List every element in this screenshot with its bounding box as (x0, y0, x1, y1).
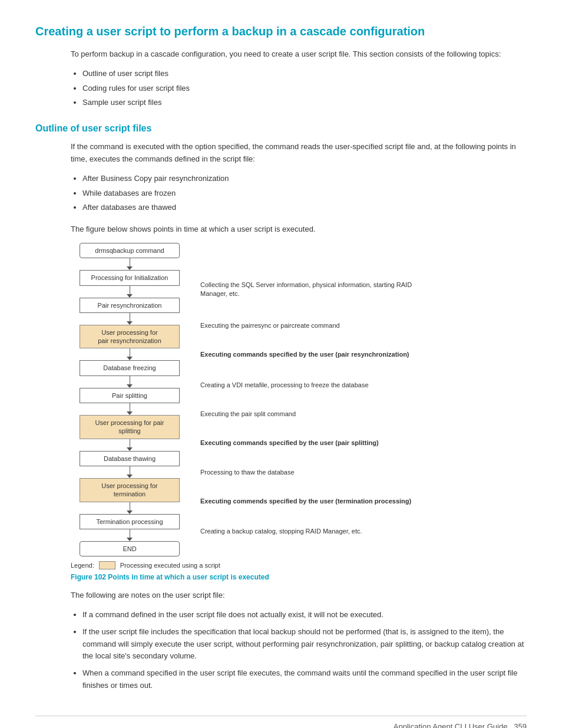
connector-9 (130, 529, 130, 538)
flow-step-8: Termination processing (80, 514, 180, 529)
legend-text: Processing executed using a script (120, 562, 220, 569)
arrow-9 (127, 538, 133, 541)
annot-spacer-3 (200, 392, 424, 407)
flow-step-7: User processing for termination (80, 478, 180, 502)
annot-8: Creating a backup catalog, stopping RAID… (200, 525, 424, 538)
diagram-inner: drmsqbackup command Processing for Initi… (71, 243, 424, 556)
topic-item-1: Outline of user script files (82, 68, 527, 80)
flow-step-6: Database thawing (80, 451, 180, 466)
note-3: When a command specified in the user scr… (82, 667, 527, 692)
annot-4: Executing the pair split command (200, 407, 424, 421)
legend-label: Legend: (71, 562, 94, 569)
legend-row: Legend: Processing executed using a scri… (71, 561, 527, 569)
connector-3 (130, 348, 130, 357)
notes-list: If a command defined in the user script … (82, 609, 527, 692)
note-2: If the user script file includes the spe… (82, 626, 527, 663)
connector-8 (130, 502, 130, 510)
connector-2 (130, 313, 130, 321)
connector-1 (130, 286, 130, 294)
annot-spacer-2 (200, 362, 424, 378)
connector-5 (130, 403, 130, 411)
bullet-2: While databases are frozen (82, 187, 527, 200)
diagram-top-box: drmsqbackup command (80, 243, 180, 258)
page-title: Creating a user script to perform a back… (35, 24, 527, 39)
note-1: If a command defined in the user script … (82, 609, 527, 621)
intro-text: To perform backup in a cascade configura… (71, 48, 527, 61)
flow-step-4: Pair splitting (80, 388, 180, 403)
annot-7: Executing commends specified by the user… (200, 495, 424, 508)
annot-1: Executing the pairresync or paircreate c… (200, 319, 424, 332)
figure-intro: The figure below shows points in time at… (71, 223, 527, 236)
connector-7 (130, 466, 130, 475)
section1-bullets: After Business Copy pair resynchronizati… (82, 173, 527, 214)
flow-step-1: Pair resynchronization (80, 298, 180, 313)
flow-step-5: User processing for pair splitting (80, 415, 180, 439)
diagram-annotations: Collecting the SQL Server information, p… (200, 243, 424, 539)
flow-step-3: Database freezing (80, 360, 180, 375)
annot-6: Processing to thaw the database (200, 466, 424, 479)
figure-caption: Figure 102 Points in time at which a use… (71, 573, 527, 581)
connector-6 (130, 439, 130, 447)
footer: Application Agent CLI User Guide 359 (35, 716, 527, 728)
section1-desc: If the command is executed with the opti… (71, 141, 527, 166)
flow-step-2: User processing forpair resynchronizatio… (80, 325, 180, 349)
diagram-flow: drmsqbackup command Processing for Initi… (71, 243, 189, 556)
footer-page-number: 359 (514, 722, 527, 728)
bullet-1: After Business Copy pair resynchronizati… (82, 173, 527, 185)
diagram-container: drmsqbackup command Processing for Initi… (71, 243, 527, 556)
annot-spacer-4 (200, 421, 424, 436)
topic-item-2: Coding rules for user script files (82, 83, 527, 95)
bullet-3: After databases are thawed (82, 202, 527, 214)
connector-4 (130, 376, 130, 384)
topics-list: Outline of user script files Coding rule… (82, 68, 527, 109)
annot-0: Collecting the SQL Server information, p… (200, 278, 424, 301)
annot-spacer-7 (200, 508, 424, 525)
annot-5: Executing commands specified by the user… (200, 436, 424, 450)
topic-item-3: Sample user script files (82, 97, 527, 109)
legend-box (99, 561, 115, 569)
annot-spacer-5 (200, 450, 424, 466)
annot-spacer-top (200, 243, 424, 278)
annot-2: Executing commands specified by the user… (200, 348, 424, 361)
annot-spacer-1 (200, 332, 424, 348)
annot-spacer-6 (200, 479, 424, 495)
flow-step-0: Processing for Initialization (80, 270, 180, 285)
section1-title: Outline of user script files (35, 123, 527, 134)
annot-3: Creating a VDI metafile, processing to f… (200, 378, 424, 392)
connector-0 (130, 258, 130, 266)
flow-step-end: END (80, 541, 180, 556)
footer-text: Application Agent CLI User Guide (394, 722, 508, 728)
annot-spacer-0 (200, 301, 424, 319)
notes-intro: The following are notes on the user scri… (71, 589, 527, 602)
